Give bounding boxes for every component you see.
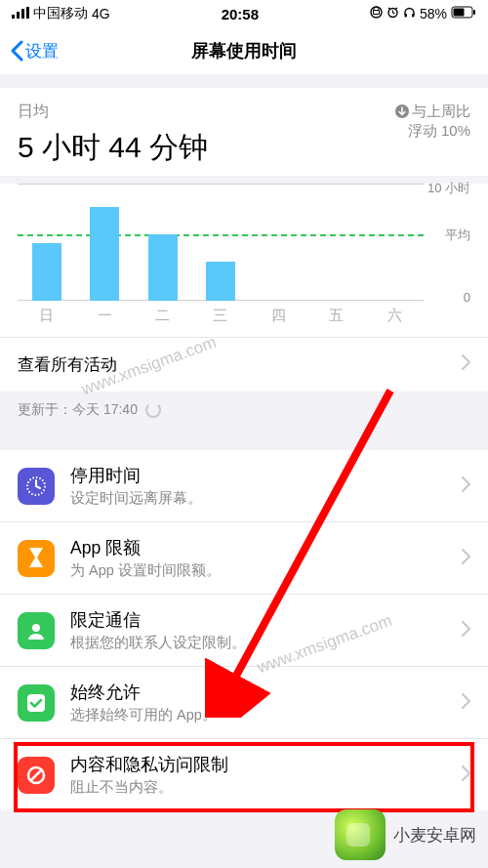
chevron-left-icon [10,40,23,62]
status-bar: 中国移动 4G 20:58 58% [0,0,488,27]
nav-bar: 设置 屏幕使用时间 [0,27,488,74]
summary-section: 日均 5 小时 44 分钟 与上周比 浮动 10% [0,88,488,176]
x-tick-label: 二 [155,307,170,325]
settings-item-always-allowed[interactable]: 始终允许选择始终可用的 App。 [0,667,488,739]
svg-rect-2 [21,9,24,19]
updated-row: 更新于：今天 17:40 [0,392,488,429]
status-right: 58% [370,6,476,21]
daily-average-label: 日均 [18,102,208,122]
downtime-icon [18,468,55,505]
settings-item-content-privacy[interactable]: 内容和隐私访问限制阻止不当内容。 [0,739,488,810]
always-allowed-icon [18,684,55,722]
svg-rect-9 [454,9,465,17]
chevron-right-icon [462,354,470,375]
brand-footer: 小麦安卓网 [323,802,488,868]
chevron-right-icon [462,693,470,713]
item-title: 内容和隐私访问限制 [70,753,446,776]
svg-rect-3 [26,7,29,19]
app-limits-icon [18,540,55,577]
brand-logo-icon [335,809,386,860]
usage-chart[interactable]: 10 小时 平均 0 日一二三四五六 [0,184,488,337]
svg-point-4 [371,7,382,18]
item-subtitle: 选择始终可用的 App。 [70,706,446,724]
x-tick-label: 日 [39,307,54,325]
updated-label: 更新于：今天 17:40 [18,401,138,419]
x-tick-label: 三 [213,307,227,325]
daily-average-value: 5 小时 44 分钟 [18,128,208,168]
item-subtitle: 设定时间远离屏幕。 [70,489,446,508]
item-text: 限定通信根据您的联系人设定限制。 [70,608,446,652]
chart-bar [206,262,235,301]
x-tick-label: 六 [387,307,402,325]
svg-rect-14 [27,694,45,712]
compare-line1: 与上周比 [412,102,470,121]
y-avg-label: 平均 [445,227,470,244]
x-tick-label: 四 [271,307,286,325]
settings-item-downtime[interactable]: 停用时间设定时间远离屏幕。 [0,450,488,522]
x-axis-labels: 日一二三四五六 [18,301,470,329]
chevron-right-icon [462,621,470,641]
headphones-icon [403,6,416,21]
item-text: 停用时间设定时间远离屏幕。 [70,464,446,508]
chevron-right-icon [462,476,470,496]
item-title: 限定通信 [70,608,446,632]
svg-rect-1 [17,12,20,19]
brand-name: 小麦安卓网 [393,824,476,847]
item-subtitle: 根据您的联系人设定限制。 [70,634,446,652]
chevron-right-icon [462,765,470,785]
x-tick-label: 一 [98,307,112,325]
svg-rect-0 [12,15,15,19]
back-label: 设置 [25,40,59,62]
item-subtitle: 为 App 设置时间限额。 [70,561,446,580]
chevron-right-icon [462,549,470,568]
item-text: 内容和隐私访问限制阻止不当内容。 [70,753,446,797]
svg-rect-10 [473,10,475,15]
svg-point-13 [32,624,40,632]
network-label: 4G [92,6,110,21]
status-left: 中国移动 4G [12,5,110,22]
communication-icon [18,612,55,649]
signal-icon [12,6,29,21]
alarm-icon [386,6,399,21]
item-subtitle: 阻止不当内容。 [70,778,446,797]
loading-spinner-icon [145,402,161,418]
see-all-label: 查看所有活动 [18,353,117,376]
content-privacy-icon [18,757,55,794]
compare-line2: 浮动 10% [395,121,470,141]
svg-rect-6 [404,14,407,18]
chart-bar [32,243,61,301]
status-time: 20:58 [222,6,259,22]
settings-list: 停用时间设定时间远离屏幕。App 限额为 App 设置时间限额。限定通信根据您的… [0,450,488,810]
chart-bars [18,184,424,301]
orientation-lock-icon [370,6,383,21]
y-zero-label: 0 [464,290,470,305]
y-top-label: 10 小时 [427,180,470,197]
back-button[interactable]: 设置 [10,40,59,62]
item-text: 始终允许选择始终可用的 App。 [70,681,446,724]
item-title: 停用时间 [70,464,446,487]
battery-icon [451,6,476,21]
svg-rect-7 [412,14,415,18]
x-tick-label: 五 [329,307,344,325]
chart-bar [90,207,119,301]
chart-bar [148,234,178,301]
settings-item-communication[interactable]: 限定通信根据您的联系人设定限制。 [0,595,488,667]
item-text: App 限额为 App 设置时间限额。 [70,536,446,580]
carrier-label: 中国移动 [33,5,88,22]
see-all-activity[interactable]: 查看所有活动 [0,337,488,392]
svg-line-16 [30,769,42,781]
settings-item-app-limits[interactable]: App 限额为 App 设置时间限额。 [0,522,488,595]
week-compare: 与上周比 浮动 10% [395,102,470,140]
battery-percent: 58% [420,6,447,21]
arrow-down-icon [395,104,409,118]
item-title: App 限额 [70,536,446,559]
page-title: 屏幕使用时间 [191,39,297,62]
item-title: 始终允许 [70,681,446,704]
